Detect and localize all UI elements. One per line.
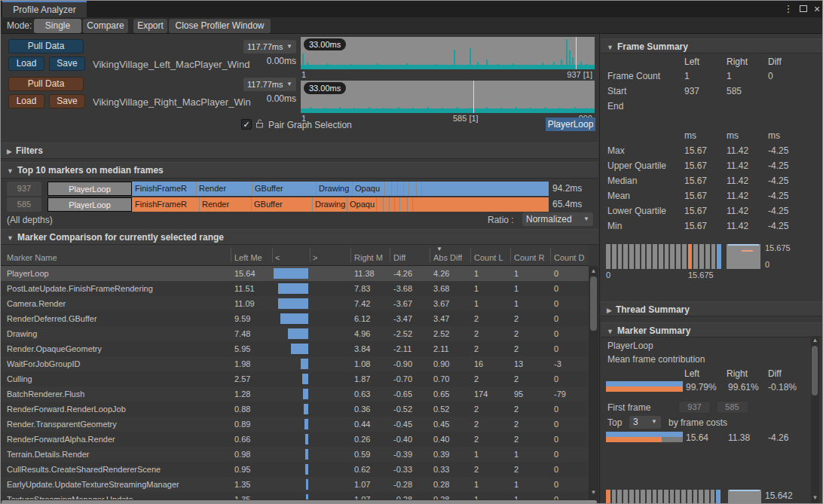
top10-section-header[interactable]: ▼Top 10 markers on median frames [1,162,598,179]
scroll-down-icon[interactable]: ▼ [811,493,819,502]
frame-summary-histogram[interactable] [606,244,721,269]
col-count-left[interactable]: Count L [474,253,509,262]
scroll-up-icon[interactable]: ▲ [589,267,598,276]
comparison-section-header[interactable]: ▼Marker Comparison for currently selecte… [1,229,598,245]
top-n-dropdown[interactable]: 3▼ [629,416,661,429]
first-frame-left-button[interactable]: 937 [678,401,711,414]
mode-compare-button[interactable]: Compare [83,19,128,33]
marker-segment[interactable] [390,197,394,212]
table-row[interactable]: RenderForwardAlpha.Render0.660.26-0.400.… [1,432,589,447]
marker-segment[interactable] [384,197,389,212]
marker-summary-header[interactable]: ▼Marker Summary [601,322,823,338]
marker-segment[interactable]: PlayerLoop [47,197,132,212]
load-left-button[interactable]: Load [8,57,44,71]
marker-segment[interactable]: FinishFrameR [133,182,196,196]
frame-number-right[interactable]: 585 [7,197,41,212]
marker-segment[interactable] [392,182,397,196]
col-count-diff[interactable]: Count D [554,253,587,262]
scrollbar-thumb[interactable] [590,276,597,331]
table-row[interactable]: EarlyUpdate.UpdateTextureStreamingManage… [1,477,589,492]
table-row[interactable]: Terrain.Details.Render0.980.59-0.390.391… [1,447,589,462]
marker-segment[interactable]: PlayerLoop [47,182,132,196]
scroll-up-icon[interactable]: ▲ [811,336,819,345]
panel-scrollbar[interactable]: ▲ ▼ [811,336,819,503]
table-row[interactable]: PlayerLoop15.6411.38-4.264.26110 [1,266,589,281]
marker-segment[interactable]: FinishFrameR [133,197,199,212]
left-range-dropdown[interactable]: 117.77ms▼ [243,40,296,53]
marker-segment[interactable] [400,197,407,212]
pull-data-left-button[interactable]: Pull Data [8,39,84,53]
frame-summary-boxplot[interactable] [727,244,760,269]
table-row[interactable]: Drawing7.484.96-2.522.52220 [1,326,589,341]
mode-single-button[interactable]: Single [34,19,81,33]
marker-segment[interactable] [422,182,549,196]
col-right-median[interactable]: Right M [354,253,388,262]
scrollbar-thumb[interactable] [812,346,818,396]
top10-bar-left[interactable]: PlayerLoopFinishFrameRRenderGBufferDrawi… [47,182,549,196]
marker-segment[interactable] [408,197,412,212]
col-left-median[interactable]: Left Me [234,253,270,262]
marker-segment[interactable] [413,197,549,212]
frame-number-left[interactable]: 937 [7,182,41,196]
frame-time-graph-right[interactable]: 33.00ms [301,81,595,113]
close-icon[interactable]: × [810,2,823,16]
first-frame-right-button[interactable]: 585 [716,401,748,414]
marker-segment[interactable]: Opaqu [353,182,384,196]
filters-section-header[interactable]: ▶Filters [1,142,598,159]
marker-summary-boxplot[interactable] [728,490,761,504]
table-row[interactable]: BatchRenderer.Flush1.280.63-0.650.651749… [1,386,589,402]
table-row[interactable]: Culling2.571.87-0.700.70220 [1,371,589,386]
col-left-bar[interactable]: < [275,253,280,262]
tab-profile-analyzer[interactable]: Profile Analyzer [2,1,87,17]
marker-segment[interactable]: Drawing [313,197,347,212]
thread-summary-header[interactable]: ▶Thread Summary [601,301,823,316]
marker-summary-histogram[interactable] [606,490,721,504]
scrollbar-thumb[interactable] [2,500,597,504]
save-left-button[interactable]: Save [49,57,85,71]
marker-segment[interactable] [385,182,391,196]
col-abs-diff[interactable]: Abs Diff [433,253,462,262]
close-profiler-window-button[interactable]: Close Profiler Window [169,19,271,33]
scroll-down-icon[interactable]: ▼ [589,488,598,497]
table-row[interactable]: RenderForward.RenderLoopJob0.880.36-0.52… [1,402,589,417]
marker-segment[interactable]: Drawing [317,182,352,196]
frame-summary-header[interactable]: ▼Frame Summary [601,38,823,53]
ratio-dropdown[interactable]: Normalized▼ [522,212,593,226]
kebab-menu-icon[interactable]: ⋮ [782,2,795,16]
marker-segment[interactable]: Render [197,182,252,196]
table-row[interactable]: Render.OpaqueGeometry5.953.84-2.112.1122… [1,341,589,356]
col-right-bar[interactable]: > [313,253,317,262]
marker-segment[interactable] [377,197,383,212]
table-row[interactable]: PostLateUpdate.FinishFrameRendering11.51… [1,281,589,296]
col-diff[interactable]: Diff [393,253,405,262]
table-row[interactable]: TextureStreamingManager.Update1.351.07-0… [1,492,589,499]
table-row[interactable]: Camera.Render11.097.42-3.673.67110 [1,296,589,311]
selected-marker-chip[interactable]: PlayerLoop [546,118,595,131]
load-right-button[interactable]: Load [8,94,44,108]
export-button[interactable]: Export [133,19,167,33]
frame-time-graph-left[interactable]: 33.00ms [301,37,595,69]
marker-segment[interactable] [404,182,408,196]
pull-data-right-button[interactable]: Pull Data [8,77,84,91]
table-vertical-scrollbar[interactable]: ▲ ▼ [589,266,598,499]
col-count-right[interactable]: Count R [514,253,549,262]
unlock-icon[interactable] [255,118,265,129]
table-row[interactable]: WaitForJobGroupID1.981.08-0.900.901613-3 [1,356,589,371]
save-right-button[interactable]: Save [49,94,85,108]
marker-segment[interactable] [417,182,421,196]
marker-segment[interactable] [398,182,403,196]
marker-segment[interactable]: Render [200,197,251,212]
comparison-table-header[interactable]: Marker Name Left Me < > Right M Diff Abs… [1,245,589,266]
marker-segment[interactable]: Opaqu [347,197,376,212]
table-horizontal-scrollbar[interactable] [1,499,598,504]
marker-segment[interactable]: GBuffer [252,182,316,196]
right-range-dropdown[interactable]: 117.77ms▼ [243,78,296,91]
marker-segment[interactable] [395,197,399,212]
table-row[interactable]: CullResults.CreateSharedRendererScene0.9… [1,462,589,477]
table-row[interactable]: RenderDeferred.GBuffer9.596.12-3.473.472… [1,311,589,326]
marker-segment[interactable] [409,182,416,196]
pair-graph-checkbox[interactable]: ✓ [241,119,252,130]
table-row[interactable]: Render.TransparentGeometry0.890.44-0.450… [1,417,589,432]
col-marker-name[interactable]: Marker Name [7,253,57,262]
marker-segment[interactable]: GBuffer [252,197,312,212]
